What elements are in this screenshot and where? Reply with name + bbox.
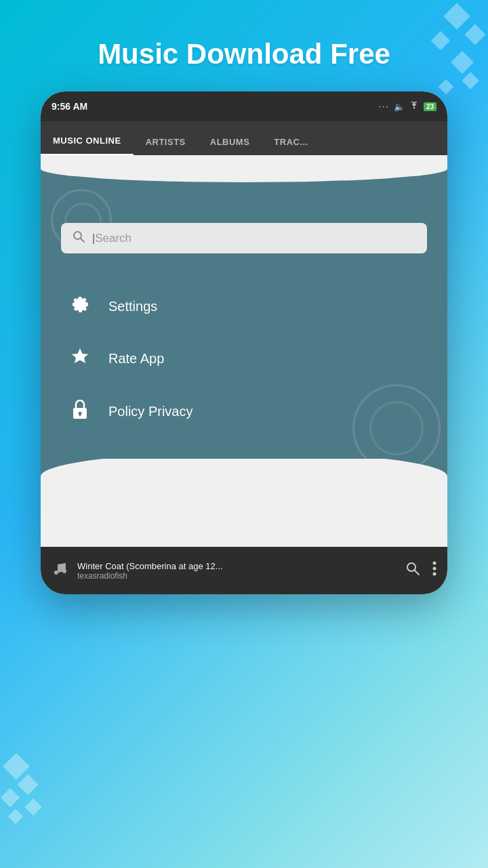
svg-rect-3 [451, 51, 474, 74]
tab-tracks[interactable]: TRAC... [262, 129, 320, 155]
player-info: Winter Coat (Scomberina at age 12... tex… [77, 561, 396, 581]
svg-rect-0 [443, 3, 470, 30]
svg-rect-16 [79, 413, 81, 416]
svg-line-20 [415, 571, 419, 575]
wifi-icon [409, 102, 420, 112]
speaker-icon: 🔈 [394, 102, 405, 112]
svg-point-18 [62, 569, 66, 573]
star-icon [68, 346, 92, 371]
svg-point-23 [433, 573, 436, 576]
player-bar: Winter Coat (Scomberina at age 12... tex… [41, 547, 447, 594]
svg-line-12 [81, 239, 84, 242]
gear-icon [68, 294, 92, 319]
signal-dots-icon: ··· [379, 102, 390, 111]
lock-icon [68, 398, 92, 425]
svg-point-22 [433, 567, 436, 571]
tab-albums[interactable]: ALBUMS [198, 129, 262, 155]
menu-list: Settings Rate App [41, 267, 447, 459]
music-note-icon [52, 559, 68, 583]
svg-point-17 [54, 571, 58, 575]
player-actions [405, 561, 436, 580]
status-icons: ··· 🔈 23 [379, 102, 436, 112]
svg-point-21 [433, 562, 436, 565]
svg-rect-10 [8, 809, 24, 825]
tab-bar: MUSIC ONLINE ARTISTS ALBUMS TRAC... [41, 121, 447, 155]
policy-privacy-menu-item[interactable]: Policy Privacy [61, 385, 427, 438]
player-more-options-icon[interactable] [432, 561, 436, 580]
svg-marker-13 [72, 348, 88, 363]
search-icon [72, 230, 85, 247]
settings-menu-item[interactable]: Settings [61, 281, 427, 333]
player-track-title: Winter Coat (Scomberina at age 12... [77, 561, 396, 571]
status-time: 9:56 AM [52, 101, 87, 112]
settings-label: Settings [108, 299, 157, 314]
svg-rect-4 [462, 72, 479, 89]
status-bar: 9:56 AM ··· 🔈 23 [41, 91, 447, 121]
svg-rect-2 [431, 31, 450, 50]
policy-privacy-label: Policy Privacy [108, 404, 192, 419]
main-content: | Search Settings [41, 155, 447, 547]
search-bar[interactable]: | Search [61, 223, 427, 253]
svg-rect-5 [439, 79, 454, 95]
svg-rect-1 [464, 24, 485, 45]
player-artist: texasradiofish [77, 571, 396, 581]
svg-rect-9 [24, 798, 41, 815]
svg-point-19 [407, 563, 415, 571]
svg-rect-6 [3, 753, 30, 780]
tab-artists[interactable]: ARTISTS [134, 129, 198, 155]
tab-music-online[interactable]: MUSIC ONLINE [41, 127, 134, 155]
battery-icon: 23 [424, 102, 436, 111]
svg-rect-8 [1, 788, 20, 807]
svg-rect-7 [17, 774, 38, 795]
player-search-icon[interactable] [405, 561, 420, 580]
phone-frame: 9:56 AM ··· 🔈 23 MUSIC ONLINE ARTISTS AL… [41, 91, 447, 594]
page-title: Music Download Free [98, 37, 390, 71]
rate-app-menu-item[interactable]: Rate App [61, 333, 427, 385]
rate-app-label: Rate App [108, 351, 164, 367]
search-placeholder: Search [95, 232, 131, 245]
